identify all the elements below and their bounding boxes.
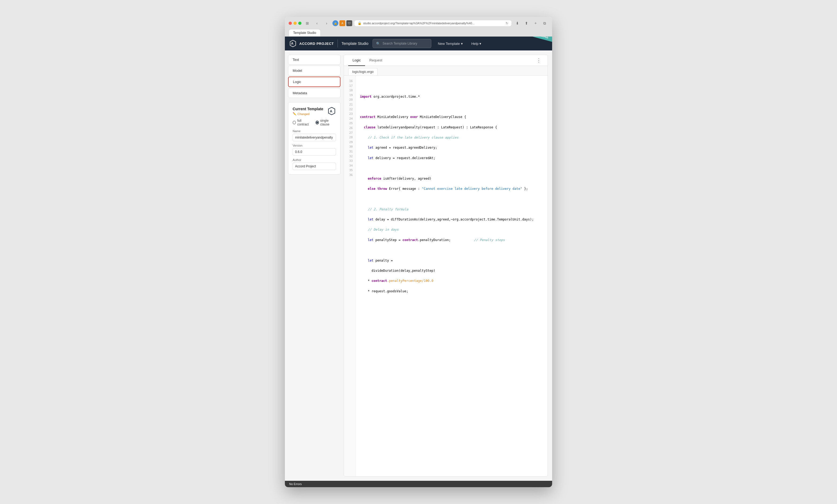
version-field: Version [292,144,336,156]
search-icon: 🔍 [376,42,380,45]
current-template-title: Current Template [292,107,323,111]
forward-button[interactable]: › [323,19,330,27]
code-line-36 [360,299,543,304]
search-input[interactable] [382,42,428,45]
code-line-23: let delivery = request.deliveredAt; [360,156,543,161]
file-tabs: logic/logic.ergo [344,66,548,76]
download-button[interactable]: ⬇ [514,19,521,27]
browser-chrome: ⊞ ‹ › 🔒 A 🛡 🔒 studio.accordproject.org/?… [285,17,552,37]
author-field: Author [292,158,336,170]
code-line-30: let penaltyStep = contract.penaltyDurati… [360,238,543,243]
sidebar-item-metadata[interactable]: Metadata [288,88,340,98]
template-logo-icon: A [327,107,336,115]
navbar-brand: A ACCORD PROJECT [289,40,334,47]
code-line-33: divideDuration(delay,penaltyStep) [360,268,543,273]
contract-type-group: full contract single clause [292,119,336,126]
code-line-24 [360,166,543,171]
close-button[interactable] [289,22,292,25]
name-input[interactable] [292,134,336,141]
address-bar[interactable]: 🔒 studio.accordproject.org/?template=ap%… [354,20,512,26]
back-button[interactable]: ‹ [313,19,321,27]
refresh-icon[interactable]: ↻ [505,21,508,25]
svg-text:A: A [330,109,333,113]
status-message: No Errors [289,482,302,486]
code-line-31 [360,248,543,253]
code-line-32: let penalty = [360,258,543,263]
sidebar: Text Model Logic Metadata Current Templa… [285,51,344,481]
traffic-lights [289,22,301,25]
share-button[interactable]: ⬆ [523,19,530,27]
code-line-21: // 1. Check if the late delivery clause … [360,135,543,140]
full-contract-radio[interactable]: full contract [292,119,311,126]
code-line-26: else throw Error{ message : "Cannot exer… [360,186,543,191]
help-chevron-icon: ▾ [479,42,481,45]
edit-icon: ✏️ [292,112,296,116]
code-line-27 [360,197,543,202]
new-template-button[interactable]: New Template ▾ [434,40,466,47]
author-input[interactable] [292,163,336,170]
sidebar-item-text[interactable]: Text [288,55,340,64]
extension-icon-2[interactable]: A [339,20,345,26]
code-line-34: * contract.penaltyPercentage/100.0 [360,278,543,283]
single-clause-radio[interactable]: single clause [316,119,336,126]
navbar-title: Template Studio [341,41,368,45]
search-bar[interactable]: 🔍 [373,39,431,48]
code-line-28: // 2. Penalty formula [360,207,543,212]
code-line-29: let delay = diffDurationAs(delivery,agre… [360,217,543,222]
sidebar-toggle[interactable]: ⊞ [304,19,311,27]
code-line-17: import org.accordproject.time.* [360,94,543,99]
code-line-35: * request.goodsValue; [360,289,543,294]
code-line-29-5: // Delay in days [360,227,543,232]
sidebar-item-model[interactable]: Model [288,66,340,76]
full-contract-radio-dot [292,121,296,125]
browser-tab[interactable]: Template Studio [289,29,321,36]
minimize-button[interactable] [293,22,297,25]
chevron-down-icon: ▾ [461,42,463,45]
code-line-22: let agreed = request.agreedDelivery; [360,145,543,150]
app: A ACCORD PROJECT Template Studio 🔍 New T… [285,37,552,487]
extension-icon-1[interactable]: 🔒 [333,20,338,26]
line-numbers: 16 17 18 19 20 21 22 23 24 25 26 27 28 2… [344,76,356,476]
editor-area: Logic Request ⋮ logic/logic.ergo 16 17 1… [344,55,548,477]
single-clause-radio-dot [316,121,319,125]
code-line-18 [360,105,543,109]
file-tab-logic-ergo[interactable]: logic/logic.ergo [348,68,378,75]
help-button[interactable]: Help ▾ [468,40,485,47]
changed-badge: ✏️ Changed [292,112,323,116]
navbar: A ACCORD PROJECT Template Studio 🔍 New T… [285,37,552,51]
code-content[interactable]: import org.accordproject.time.* contract… [356,76,548,476]
code-line-25: enforce isAfter(delivery, agreed) [360,176,543,181]
main-content: Text Model Logic Metadata Current Templa… [285,51,552,481]
new-tab-button[interactable]: ＋ [532,19,539,27]
name-field: Name [292,129,336,141]
sidebar-item-logic[interactable]: Logic [288,77,340,87]
code-line-19: contract MiniLateDelivery over MiniLateD… [360,114,543,119]
url-display: studio.accordproject.org/?template=ap%3A… [363,22,475,25]
code-line-20: clause latedeliveryandpenalty(request : … [360,125,543,130]
current-template-panel: Current Template ✏️ Changed A [288,102,340,174]
editor-tabs: Logic Request ⋮ [344,55,548,66]
extension-icon-3[interactable]: 🛡 [346,20,352,26]
status-bar: No Errors [285,481,552,487]
svg-text:A: A [291,42,293,45]
code-editor[interactable]: 16 17 18 19 20 21 22 23 24 25 26 27 28 2… [344,76,548,476]
maximize-button[interactable] [298,22,301,25]
lock-icon: 🔒 [358,21,361,25]
tab-request[interactable]: Request [365,55,387,66]
browser-action-icons: ⬇ ⬆ ＋ ⧉ [514,19,548,27]
browser-window: ⊞ ‹ › 🔒 A 🛡 🔒 studio.accordproject.org/?… [285,17,552,487]
navbar-actions: New Template ▾ Help ▾ [434,40,484,47]
more-options-icon[interactable]: ⋮ [534,55,543,66]
brand-name: ACCORD PROJECT [299,42,334,45]
window-button[interactable]: ⧉ [541,19,548,27]
code-line-16 [360,84,543,89]
version-input[interactable] [292,148,336,156]
accord-logo-icon: A [289,40,297,47]
github-ribbon[interactable]: Contribute on GitHub [522,37,552,43]
tab-logic[interactable]: Logic [348,55,365,66]
